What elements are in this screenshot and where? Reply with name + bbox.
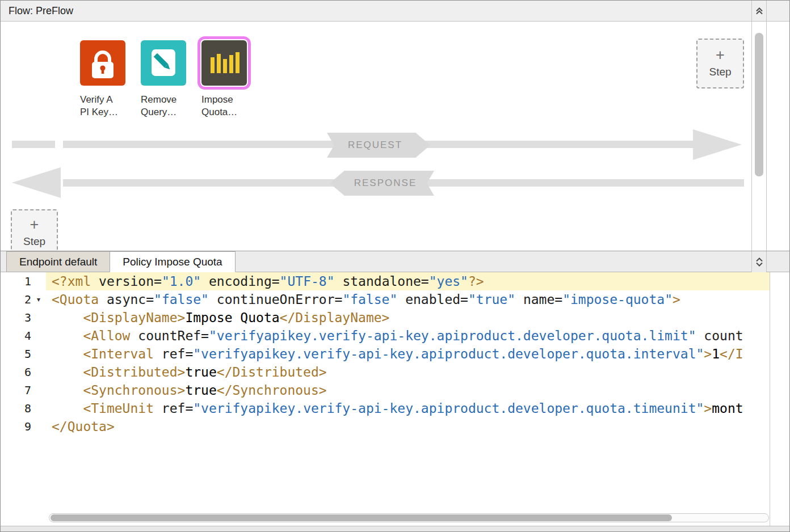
fold-gutter bbox=[31, 399, 46, 417]
flow-header: Flow: PreFlow bbox=[1, 1, 789, 22]
line-number: 9 bbox=[1, 417, 31, 436]
add-step-request-button[interactable]: + Step bbox=[696, 39, 744, 88]
code-text: <Quota async="false" continueOnError="fa… bbox=[46, 290, 770, 309]
code-line-4[interactable]: 4 <Allow countRef="verifyapikey.verify-a… bbox=[1, 327, 770, 345]
fold-gutter bbox=[31, 327, 46, 345]
tab-bar: Endpoint defaultPolicy Impose Quota bbox=[1, 251, 789, 272]
flow-panel: Flow: PreFlow Verify API Key…RemoveQuery… bbox=[1, 1, 789, 251]
code-line-6[interactable]: 6 <Distributed>true</Distributed> bbox=[1, 363, 770, 381]
request-label-badge: REQUEST bbox=[327, 133, 430, 158]
plus-icon: + bbox=[697, 47, 743, 64]
fold-gutter bbox=[31, 381, 46, 399]
bars-icon bbox=[201, 40, 247, 86]
pencil-icon bbox=[141, 40, 186, 86]
code-text: <Allow countRef="verifyapikey.verify-api… bbox=[46, 327, 770, 345]
code-text: <?xml version="1.0" encoding="UTF-8" sta… bbox=[46, 272, 770, 290]
toggle-editor-panel-button[interactable] bbox=[752, 251, 766, 272]
code-line-7[interactable]: 7 <Synchronous>true</Synchronous> bbox=[1, 381, 770, 399]
apigee-flow-editor-window: Flow: PreFlow Verify API Key…RemoveQuery… bbox=[0, 0, 790, 532]
flow-vertical-scrollbar-thumb[interactable] bbox=[755, 33, 763, 176]
chevron-expand-icon bbox=[754, 257, 764, 267]
response-arrowhead-icon bbox=[12, 167, 61, 198]
fold-gutter bbox=[31, 345, 46, 363]
fold-gutter bbox=[31, 417, 46, 436]
line-number: 7 bbox=[1, 381, 31, 399]
fold-caret-icon[interactable]: ▾ bbox=[31, 290, 46, 309]
code-line-8[interactable]: 8 <TimeUnit ref="verifyapikey.verify-api… bbox=[1, 399, 770, 417]
line-number: 6 bbox=[1, 363, 31, 381]
editor-scroll-gutter bbox=[770, 272, 789, 526]
collapse-flow-panel-button[interactable] bbox=[752, 1, 766, 22]
plus-icon: + bbox=[12, 216, 57, 233]
editor-right-rail bbox=[751, 251, 767, 272]
flow-right-rail bbox=[751, 1, 767, 251]
policy-row: Verify API Key…RemoveQuery…ImposeQuota… bbox=[80, 40, 247, 119]
request-arrow-stub bbox=[12, 141, 55, 148]
code-line-1[interactable]: 1<?xml version="1.0" encoding="UTF-8" st… bbox=[1, 272, 770, 290]
editor-panel: Endpoint defaultPolicy Impose Quota 1<?x… bbox=[1, 251, 789, 531]
code-line-5[interactable]: 5 <Interval ref="verifyapikey.verify-api… bbox=[1, 345, 770, 363]
code-editor[interactable]: 1<?xml version="1.0" encoding="UTF-8" st… bbox=[1, 272, 789, 526]
policy-label: Verify API Key… bbox=[80, 94, 125, 119]
flow-title: Flow: PreFlow bbox=[9, 5, 73, 17]
fold-gutter bbox=[31, 309, 46, 327]
code-text: <TimeUnit ref="verifyapikey.verify-api-k… bbox=[46, 399, 770, 417]
line-number: 1 bbox=[1, 272, 31, 290]
step-label: Step bbox=[12, 235, 57, 248]
window-bottom-edge bbox=[1, 526, 789, 531]
request-arrowhead-icon bbox=[693, 129, 742, 160]
code-line-3[interactable]: 3 <DisplayName>Impose Quota</DisplayName… bbox=[1, 309, 770, 327]
code-text: <DisplayName>Impose Quota</DisplayName> bbox=[46, 309, 770, 327]
tab-policy-impose-quota[interactable]: Policy Impose Quota bbox=[110, 251, 235, 272]
fold-gutter bbox=[31, 363, 46, 381]
policy-label: ImposeQuota… bbox=[201, 94, 247, 119]
line-number: 4 bbox=[1, 327, 31, 345]
fold-gutter bbox=[31, 272, 46, 290]
code-text: </Quota> bbox=[46, 417, 770, 436]
double-chevron-up-icon bbox=[754, 6, 764, 16]
flow-canvas: Verify API Key…RemoveQuery…ImposeQuota… … bbox=[1, 22, 789, 251]
policy-impose-quota[interactable]: ImposeQuota… bbox=[201, 40, 247, 119]
horizontal-scrollbar-track[interactable] bbox=[49, 513, 769, 522]
code-text: <Synchronous>true</Synchronous> bbox=[46, 381, 770, 399]
policy-verify-api-key[interactable]: Verify API Key… bbox=[80, 40, 125, 119]
step-label: Step bbox=[697, 66, 743, 78]
code-text: <Interval ref="verifyapikey.verify-api-k… bbox=[46, 345, 770, 363]
horizontal-scrollbar-thumb[interactable] bbox=[51, 514, 672, 521]
code-line-9[interactable]: 9</Quota> bbox=[1, 417, 770, 436]
code-lines: 1<?xml version="1.0" encoding="UTF-8" st… bbox=[1, 272, 770, 526]
policy-label: RemoveQuery… bbox=[141, 94, 186, 119]
line-number: 5 bbox=[1, 345, 31, 363]
code-text: <Distributed>true</Distributed> bbox=[46, 363, 770, 381]
line-number: 8 bbox=[1, 399, 31, 417]
tab-strip: Endpoint defaultPolicy Impose Quota bbox=[6, 251, 236, 272]
code-line-2[interactable]: 2▾<Quota async="false" continueOnError="… bbox=[1, 290, 770, 309]
add-step-response-button[interactable]: + Step bbox=[11, 209, 58, 251]
policy-remove-query[interactable]: RemoveQuery… bbox=[141, 40, 186, 119]
tab-endpoint-default[interactable]: Endpoint default bbox=[6, 251, 110, 272]
lock-icon bbox=[80, 40, 125, 86]
line-number: 3 bbox=[1, 309, 31, 327]
line-number: 2 bbox=[1, 290, 31, 309]
response-label-badge: RESPONSE bbox=[330, 171, 434, 196]
